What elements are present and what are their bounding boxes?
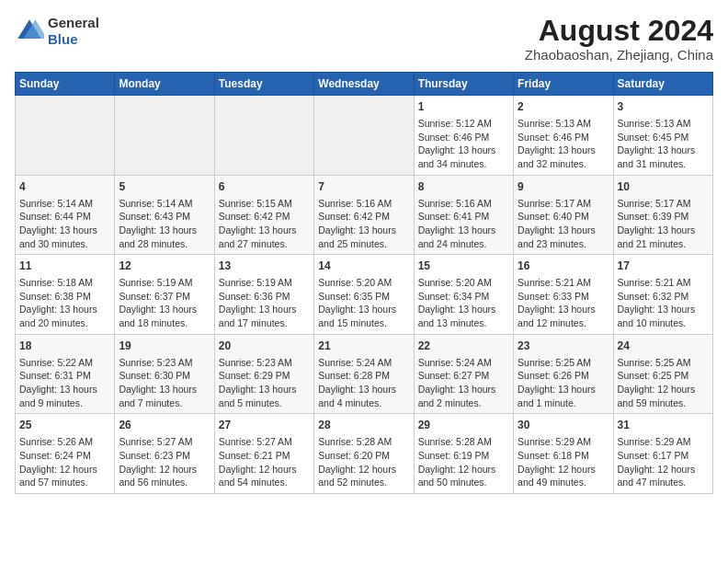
calendar-cell: 5Sunrise: 5:14 AMSunset: 6:43 PMDaylight…: [115, 175, 214, 255]
sunset-text: Sunset: 6:28 PM: [318, 370, 390, 381]
daylight-text: Daylight: 13 hours: [618, 144, 696, 155]
daylight-minutes: and 4 minutes.: [318, 397, 381, 408]
calendar-cell: 8Sunrise: 5:16 AMSunset: 6:41 PMDaylight…: [414, 175, 513, 255]
daylight-minutes: and 52 minutes.: [318, 477, 387, 488]
day-number: 31: [618, 418, 709, 433]
calendar-cell: 3Sunrise: 5:13 AMSunset: 6:45 PMDaylight…: [613, 96, 712, 176]
day-number: 13: [219, 259, 310, 274]
sunrise-text: Sunrise: 5:27 AM: [219, 436, 292, 447]
sunset-text: Sunset: 6:31 PM: [19, 370, 91, 381]
sunrise-text: Sunrise: 5:22 AM: [19, 357, 93, 368]
daylight-text: Daylight: 13 hours: [518, 144, 596, 155]
sunrise-text: Sunrise: 5:20 AM: [318, 277, 392, 288]
daylight-minutes: and 12 minutes.: [518, 317, 586, 328]
daylight-text: Daylight: 13 hours: [618, 224, 696, 236]
calendar-cell: 25Sunrise: 5:26 AMSunset: 6:24 PMDayligh…: [16, 414, 115, 494]
calendar-cell: 20Sunrise: 5:23 AMSunset: 6:29 PMDayligh…: [214, 334, 313, 414]
daylight-minutes: and 50 minutes.: [418, 477, 487, 488]
sunset-text: Sunset: 6:26 PM: [518, 370, 589, 381]
week-row-1: 1Sunrise: 5:12 AMSunset: 6:46 PMDaylight…: [16, 96, 713, 176]
calendar-cell: 1Sunrise: 5:12 AMSunset: 6:46 PMDaylight…: [414, 96, 513, 176]
sunrise-text: Sunrise: 5:19 AM: [119, 277, 192, 288]
sunrise-text: Sunrise: 5:23 AM: [119, 357, 192, 368]
daylight-minutes: and 13 minutes.: [418, 317, 487, 328]
daylight-text: Daylight: 13 hours: [418, 384, 496, 395]
day-number: 21: [318, 339, 409, 354]
day-number: 20: [219, 339, 310, 354]
daylight-minutes: and 1 minute.: [518, 397, 576, 408]
sunrise-text: Sunrise: 5:12 AM: [418, 118, 492, 129]
day-number: 22: [418, 339, 509, 354]
daylight-text: Daylight: 13 hours: [418, 224, 496, 236]
calendar-cell: 4Sunrise: 5:14 AMSunset: 6:44 PMDaylight…: [16, 175, 115, 255]
calendar-cell: 18Sunrise: 5:22 AMSunset: 6:31 PMDayligh…: [16, 334, 115, 414]
daylight-minutes: and 21 minutes.: [618, 238, 687, 249]
day-number: 19: [119, 339, 210, 354]
sunset-text: Sunset: 6:43 PM: [119, 211, 190, 222]
sunset-text: Sunset: 6:36 PM: [219, 291, 290, 302]
daylight-text: Daylight: 13 hours: [518, 224, 596, 236]
daylight-text: Daylight: 12 hours: [618, 464, 696, 475]
daylight-minutes: and 32 minutes.: [518, 158, 586, 169]
daylight-text: Daylight: 13 hours: [119, 224, 197, 236]
sunset-text: Sunset: 6:27 PM: [418, 370, 490, 381]
daylight-minutes: and 23 minutes.: [518, 238, 586, 249]
page-header: General Blue August 2024 Zhaobaoshan, Zh…: [15, 15, 713, 63]
calendar-cell: 21Sunrise: 5:24 AMSunset: 6:28 PMDayligh…: [314, 334, 414, 414]
sunrise-text: Sunrise: 5:29 AM: [518, 436, 591, 447]
daylight-minutes: and 59 minutes.: [618, 397, 687, 408]
sunset-text: Sunset: 6:41 PM: [418, 211, 490, 222]
weekday-header-row: Sunday Monday Tuesday Wednesday Thursday…: [16, 73, 713, 96]
daylight-text: Daylight: 13 hours: [318, 304, 396, 315]
daylight-text: Daylight: 13 hours: [318, 384, 396, 395]
sunset-text: Sunset: 6:24 PM: [19, 450, 91, 461]
calendar-cell: [115, 96, 214, 176]
calendar-cell: [314, 96, 414, 176]
daylight-text: Daylight: 13 hours: [518, 384, 596, 395]
daylight-text: Daylight: 12 hours: [219, 464, 297, 475]
daylight-minutes: and 2 minutes.: [418, 397, 482, 408]
sunset-text: Sunset: 6:40 PM: [518, 211, 589, 222]
daylight-minutes: and 54 minutes.: [219, 477, 288, 488]
calendar-cell: 6Sunrise: 5:15 AMSunset: 6:42 PMDaylight…: [214, 175, 313, 255]
week-row-3: 11Sunrise: 5:18 AMSunset: 6:38 PMDayligh…: [16, 255, 713, 335]
sunrise-text: Sunrise: 5:28 AM: [418, 436, 492, 447]
calendar-cell: 26Sunrise: 5:27 AMSunset: 6:23 PMDayligh…: [115, 414, 214, 494]
sunrise-text: Sunrise: 5:13 AM: [518, 118, 591, 129]
week-row-2: 4Sunrise: 5:14 AMSunset: 6:44 PMDaylight…: [16, 175, 713, 255]
sunset-text: Sunset: 6:35 PM: [318, 291, 390, 302]
sunrise-text: Sunrise: 5:27 AM: [119, 436, 192, 447]
daylight-text: Daylight: 12 hours: [119, 464, 197, 475]
logo-general-text: General: [48, 15, 99, 31]
sunset-text: Sunset: 6:45 PM: [618, 132, 689, 143]
sunrise-text: Sunrise: 5:17 AM: [518, 198, 591, 209]
sunrise-text: Sunrise: 5:28 AM: [318, 436, 392, 447]
calendar-cell: 30Sunrise: 5:29 AMSunset: 6:18 PMDayligh…: [514, 414, 613, 494]
daylight-text: Daylight: 13 hours: [219, 384, 297, 395]
daylight-minutes: and 18 minutes.: [119, 317, 188, 328]
sunrise-text: Sunrise: 5:16 AM: [418, 198, 492, 209]
sunset-text: Sunset: 6:37 PM: [119, 291, 190, 302]
daylight-text: Daylight: 13 hours: [19, 384, 97, 395]
day-number: 12: [119, 259, 210, 274]
calendar-cell: 15Sunrise: 5:20 AMSunset: 6:34 PMDayligh…: [414, 255, 513, 335]
daylight-minutes: and 17 minutes.: [219, 317, 288, 328]
calendar-cell: 10Sunrise: 5:17 AMSunset: 6:39 PMDayligh…: [613, 175, 712, 255]
day-number: 7: [318, 179, 409, 195]
header-tuesday: Tuesday: [214, 73, 313, 96]
main-title: August 2024: [525, 15, 713, 47]
day-number: 15: [418, 259, 509, 274]
sunrise-text: Sunrise: 5:29 AM: [618, 436, 691, 447]
daylight-minutes: and 56 minutes.: [119, 477, 188, 488]
daylight-text: Daylight: 13 hours: [19, 224, 97, 236]
sunset-text: Sunset: 6:46 PM: [418, 132, 490, 143]
day-number: 26: [119, 418, 210, 433]
sunrise-text: Sunrise: 5:17 AM: [618, 198, 691, 209]
day-number: 8: [418, 179, 509, 195]
day-number: 28: [318, 418, 409, 433]
calendar-cell: 2Sunrise: 5:13 AMSunset: 6:46 PMDaylight…: [514, 96, 613, 176]
week-row-4: 18Sunrise: 5:22 AMSunset: 6:31 PMDayligh…: [16, 334, 713, 414]
calendar-table: Sunday Monday Tuesday Wednesday Thursday…: [15, 72, 713, 494]
daylight-minutes: and 34 minutes.: [418, 158, 487, 169]
sunrise-text: Sunrise: 5:13 AM: [618, 118, 691, 129]
